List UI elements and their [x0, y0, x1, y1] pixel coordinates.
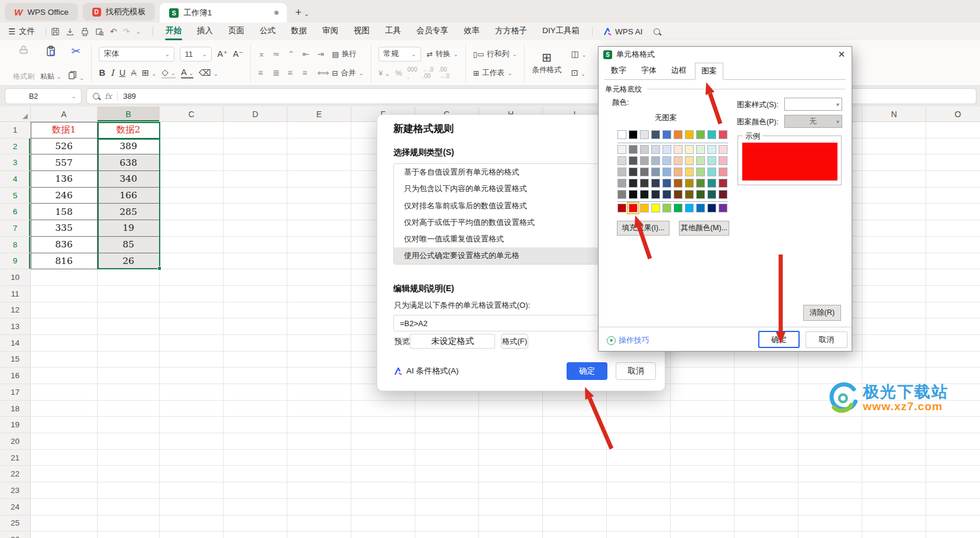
cell-J20[interactable] — [607, 433, 671, 450]
column-header-B[interactable]: B — [98, 107, 160, 121]
cell-E17[interactable] — [287, 384, 351, 401]
cell-D4[interactable] — [224, 171, 287, 188]
cell-C16[interactable] — [160, 368, 224, 384]
row-header-18[interactable]: 18 — [0, 401, 31, 417]
cell-C5[interactable] — [160, 188, 224, 204]
color-swatch-3A5F20[interactable] — [696, 190, 705, 199]
cell-G24[interactable] — [415, 499, 479, 516]
cell-B16[interactable] — [98, 368, 160, 384]
color-swatch-F5B7BF[interactable] — [719, 156, 727, 165]
cell-J22[interactable] — [607, 466, 671, 482]
new-tab-button[interactable]: + — [295, 7, 302, 19]
cell-G22[interactable] — [415, 466, 479, 482]
cell-D25[interactable] — [224, 516, 287, 532]
indent-increase-icon[interactable]: ⇥ — [317, 49, 326, 59]
cell-B20[interactable] — [98, 433, 160, 450]
cell-L21[interactable] — [735, 450, 798, 466]
cell-L19[interactable] — [735, 417, 798, 433]
cell-H26[interactable] — [479, 531, 543, 538]
cut-icon[interactable]: ✂ — [71, 45, 80, 58]
menu-item-公式[interactable]: 公式 — [252, 22, 283, 40]
cell-M22[interactable] — [798, 466, 862, 482]
number-format-select[interactable]: 常规⌄ — [379, 47, 421, 62]
color-swatch-44546A[interactable] — [651, 130, 660, 139]
menu-item-数据[interactable]: 数据 — [283, 22, 315, 40]
row-header-2[interactable]: 2 — [0, 138, 31, 155]
color-swatch-757171[interactable] — [640, 167, 649, 176]
cell-A14[interactable] — [31, 335, 98, 352]
cell-D13[interactable] — [224, 318, 287, 335]
cell-K19[interactable] — [671, 417, 735, 433]
quickbar-chevron-icon[interactable]: ⌄ — [136, 28, 141, 35]
fill-effects-button[interactable]: 填充效果(I)... — [617, 221, 669, 236]
print-preview-icon[interactable] — [95, 27, 104, 36]
cell-J25[interactable] — [607, 516, 671, 532]
color-swatch-00B0F0[interactable] — [685, 204, 694, 212]
cell-A1[interactable]: 数据1 — [31, 122, 98, 138]
cell-E24[interactable] — [287, 499, 351, 516]
color-swatch-7F7F7F[interactable] — [617, 190, 626, 199]
cell-E12[interactable] — [287, 302, 351, 319]
cell-C25[interactable] — [160, 516, 224, 532]
cell-A3[interactable]: 557 — [31, 154, 98, 171]
cell-E16[interactable] — [287, 368, 351, 384]
cell-A22[interactable] — [31, 466, 98, 482]
color-swatch-FFFFFF[interactable] — [617, 130, 626, 139]
color-swatch-333F50[interactable] — [651, 179, 660, 188]
cell-J21[interactable] — [607, 450, 671, 466]
tab-list-chevron-icon[interactable]: ⌄ — [304, 10, 309, 18]
color-swatch-FFC000[interactable] — [640, 204, 649, 212]
color-swatch-FADBDF[interactable] — [719, 145, 727, 154]
color-swatch-30C0B4[interactable] — [707, 130, 716, 139]
cell-G23[interactable] — [415, 482, 479, 499]
color-swatch-EE822F[interactable] — [674, 130, 683, 139]
cell-J23[interactable] — [607, 482, 671, 499]
cell-L16[interactable] — [735, 368, 798, 384]
color-swatch-75BD42[interactable] — [696, 130, 705, 139]
color-swatch-4874CB[interactable] — [662, 130, 671, 139]
cell-B19[interactable] — [98, 417, 160, 433]
cell-K22[interactable] — [671, 466, 735, 482]
menu-item-方方格子[interactable]: 方方格子 — [487, 22, 535, 40]
color-swatch-18605A[interactable] — [707, 190, 716, 199]
cell-O12[interactable] — [926, 302, 980, 319]
orientation-icon[interactable]: ⟺ — [317, 68, 326, 78]
cell-E21[interactable] — [287, 450, 351, 466]
percent-button[interactable]: % — [395, 69, 402, 78]
menu-item-审阅[interactable]: 审阅 — [315, 22, 346, 40]
menu-item-会员专享[interactable]: 会员专享 — [409, 22, 456, 40]
cell-I21[interactable] — [543, 450, 607, 466]
redo-icon[interactable]: ↷ — [123, 27, 130, 36]
cell-B21[interactable] — [98, 450, 160, 466]
color-swatch-FAE399[interactable] — [685, 156, 694, 165]
color-swatch-BFBFBF[interactable] — [617, 167, 626, 176]
row-header-1[interactable]: 1 — [0, 122, 31, 138]
cell-J18[interactable] — [607, 401, 671, 417]
cell-style-icon[interactable]: ⊡ ⌄ — [571, 68, 586, 78]
cell-F18[interactable] — [351, 401, 415, 417]
file-menu[interactable]: ☰ 文件 — [8, 26, 35, 37]
cell-C11[interactable] — [160, 286, 224, 302]
cell-M23[interactable] — [798, 482, 862, 499]
cell-D11[interactable] — [224, 286, 287, 302]
column-header-E[interactable]: E — [287, 107, 351, 121]
cell-A24[interactable] — [31, 499, 98, 516]
row-header-26[interactable]: 26 — [0, 531, 31, 538]
color-swatch-D8D8D8[interactable] — [617, 156, 626, 165]
cell-M20[interactable] — [798, 433, 862, 450]
cell-E13[interactable] — [287, 318, 351, 335]
cell-D24[interactable] — [224, 499, 287, 516]
cell-E18[interactable] — [287, 401, 351, 417]
cell-F26[interactable] — [351, 531, 415, 538]
color-swatch-E3F2D9[interactable] — [696, 145, 705, 154]
cell-D21[interactable] — [224, 450, 287, 466]
cell-G26[interactable] — [415, 531, 479, 538]
cell-E2[interactable] — [287, 138, 351, 155]
color-swatch-365898[interactable] — [662, 179, 671, 188]
cell-B17[interactable] — [98, 384, 160, 401]
cell-D18[interactable] — [224, 401, 287, 417]
align-right-icon[interactable]: ≡ — [287, 68, 297, 78]
cell-A17[interactable] — [31, 384, 98, 401]
cell-D12[interactable] — [224, 302, 287, 319]
cell-F25[interactable] — [351, 516, 415, 532]
